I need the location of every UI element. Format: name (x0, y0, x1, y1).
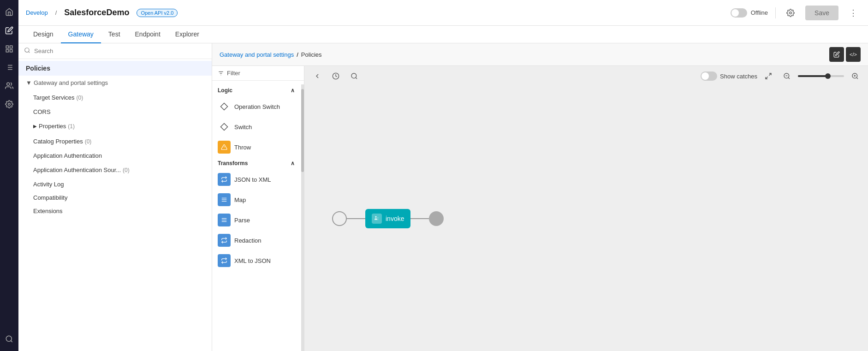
invoke-label: invoke (386, 215, 404, 222)
sidebar-item-app-auth[interactable]: Application Authentication (18, 149, 212, 162)
filter-label: Filter (227, 70, 240, 77)
nav-settings[interactable] (1, 96, 18, 113)
tab-explorer[interactable]: Explorer (168, 26, 207, 43)
sidebar-item-catalog-properties[interactable]: Catalog Properties (0) ⊕ (18, 134, 212, 149)
canvas-zoom-in-button[interactable] (848, 69, 862, 83)
activity-log-label: Activity Log (33, 181, 64, 188)
compatibility-left: Compatibility (33, 194, 67, 201)
chevron-down-icon: ▼ (26, 79, 32, 86)
json-xml-icon (218, 173, 231, 186)
throw-icon (218, 141, 231, 154)
switch-label: Switch (234, 124, 252, 131)
logic-chevron-icon: ∧ (291, 87, 295, 94)
canvas-area: Gateway and portal settings / Policies <… (212, 43, 868, 351)
sidebar-policies[interactable]: Policies (18, 61, 212, 76)
svg-point-43 (378, 220, 378, 220)
policy-item-map[interactable]: Map (212, 190, 300, 210)
policy-panel-scrollbar[interactable] (301, 84, 304, 351)
tab-gateway[interactable]: Gateway (61, 26, 101, 43)
breadcrumb-separator: / (297, 51, 298, 58)
transforms-section-header[interactable]: Transforms ∧ (212, 157, 300, 169)
sidebar-nav: Policies ▼ Gateway and portal settings T… (18, 59, 212, 351)
canvas-edit-icon[interactable] (829, 47, 844, 62)
top-header: Develop / SalesforceDemo Open API v2.0 O… (18, 0, 868, 26)
zoom-thumb[interactable] (825, 73, 831, 79)
activity-log-left: Activity Log (33, 181, 64, 188)
canvas-code-icon[interactable]: </> (846, 47, 861, 62)
flow-line-1 (347, 218, 365, 219)
save-button[interactable]: Save (805, 6, 838, 20)
breadcrumb-gateway-settings[interactable]: Gateway and portal settings (220, 51, 294, 58)
properties-count: (1) (68, 123, 75, 130)
offline-toggle[interactable] (731, 8, 747, 18)
nav-search[interactable] (1, 331, 18, 347)
canvas-expand-button[interactable] (761, 69, 776, 83)
show-catches-toggle[interactable] (701, 71, 717, 81)
nav-grid[interactable] (1, 41, 18, 57)
nav-list[interactable] (1, 59, 18, 76)
policy-item-switch[interactable]: Switch (212, 117, 300, 137)
breadcrumb-develop[interactable]: Develop (26, 9, 48, 16)
svg-rect-2 (10, 50, 12, 52)
catalog-count: (0) (85, 138, 92, 145)
sidebar-item-activity-log[interactable]: Activity Log (18, 178, 212, 191)
sidebar-search-input[interactable] (34, 48, 206, 54)
logic-section-header[interactable]: Logic ∧ (212, 84, 300, 96)
canvas-back-button[interactable] (310, 69, 325, 83)
invoke-node[interactable]: invoke (365, 209, 410, 228)
policy-panel: Filter Logic ∧ (212, 66, 304, 351)
main-wrap: Develop / SalesforceDemo Open API v2.0 O… (18, 0, 868, 351)
flow-line-2 (410, 218, 429, 219)
nav-rail (0, 0, 18, 351)
canvas-search-button[interactable] (347, 69, 362, 83)
policy-item-operation-switch[interactable]: Operation Switch (212, 96, 300, 117)
svg-line-16 (29, 52, 30, 53)
policy-item-redaction[interactable]: Redaction (212, 230, 300, 250)
tab-test[interactable]: Test (101, 26, 128, 43)
sidebar-item-compatibility[interactable]: Compatibility (18, 191, 212, 204)
offline-toggle-group: Offline (731, 8, 768, 18)
transforms-label: Transforms (218, 160, 248, 167)
invoke-box[interactable]: invoke (365, 209, 410, 228)
settings-button[interactable] (783, 6, 798, 20)
svg-point-11 (8, 103, 11, 106)
zoom-bar[interactable] (798, 75, 844, 77)
canvas-refresh-button[interactable] (328, 69, 343, 83)
policy-item-throw[interactable]: Throw (212, 137, 300, 157)
flow-start-circle[interactable] (332, 211, 347, 226)
nav-users[interactable] (1, 77, 18, 94)
target-services-count: (0) (77, 95, 83, 101)
policy-list: Logic ∧ Operation Switch (212, 81, 304, 351)
policy-item-json-to-xml[interactable]: JSON to XML (212, 169, 300, 190)
breadcrumb-policies: Policies (301, 51, 322, 58)
tab-bar: Design Gateway Test Endpoint Explorer (18, 26, 868, 43)
cors-left: CORS (33, 108, 51, 115)
sidebar-item-properties[interactable]: ▶ Properties (1) ⊕ (18, 119, 212, 134)
properties-label: Properties (39, 123, 66, 130)
nav-edit[interactable] (1, 22, 18, 39)
sidebar-item-extensions[interactable]: Extensions (18, 204, 212, 218)
openapi-badge: Open API v2.0 (137, 9, 178, 17)
tab-endpoint[interactable]: Endpoint (128, 26, 168, 43)
flow-end-circle[interactable] (429, 211, 444, 226)
gateway-section-header[interactable]: ▼ Gateway and portal settings (18, 76, 212, 90)
extensions-label: Extensions (33, 208, 63, 214)
gateway-section-label: Gateway and portal settings (34, 79, 108, 86)
policy-item-xml-to-json[interactable]: XML to JSON (212, 250, 300, 271)
sidebar-item-cors[interactable]: CORS (18, 105, 212, 119)
tab-design[interactable]: Design (26, 26, 61, 43)
target-services-label: Target Services (33, 94, 75, 101)
show-catches-label: Show catches (720, 73, 757, 80)
zoom-slider[interactable] (798, 75, 844, 77)
sidebar-item-app-auth-source[interactable]: Application Authentication Sour... (0) ⊕ (18, 162, 212, 178)
transforms-chevron-icon: ∧ (291, 160, 295, 167)
canvas-zoom-out-button[interactable] (779, 69, 794, 83)
target-services-left: Target Services (0) (33, 94, 83, 101)
nav-home[interactable] (1, 4, 18, 20)
svg-rect-3 (6, 50, 8, 52)
more-button[interactable]: ⋮ (846, 6, 861, 20)
svg-point-15 (25, 48, 29, 52)
sidebar-item-target-services[interactable]: Target Services (0) ⊕ (18, 90, 212, 105)
policy-item-parse[interactable]: Parse (212, 210, 300, 230)
redaction-label: Redaction (234, 237, 262, 244)
